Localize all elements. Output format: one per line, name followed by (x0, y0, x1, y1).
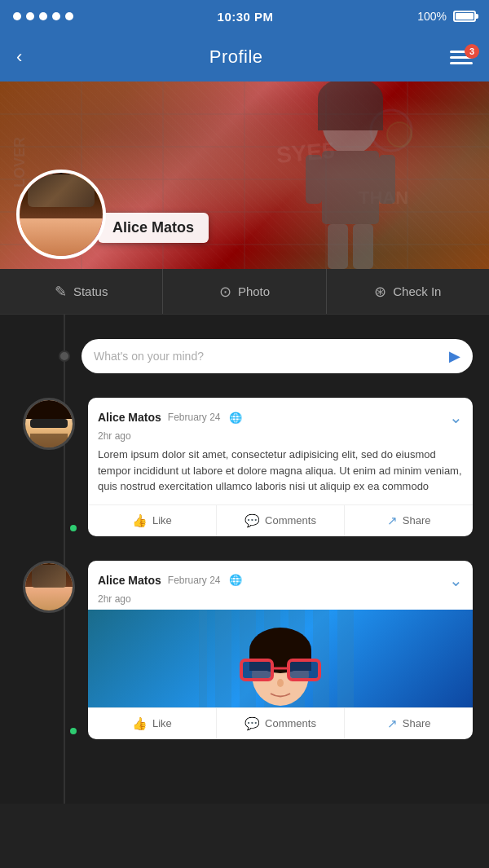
online-indicator-2 (68, 726, 78, 736)
post-2-header-left: Alice Matos February 24 🌐 (98, 574, 242, 587)
app-header: ‹ Profile 3 (0, 33, 489, 82)
photo-label: Photo (238, 284, 270, 298)
post-2-actions: 👍 Like 💬 Comments ↗ Share (88, 707, 473, 739)
checkin-label: Check In (393, 284, 441, 298)
post-2-avatar-wrapper (16, 561, 82, 739)
like-label-2: Like (152, 717, 172, 729)
avatar-man-hair (25, 400, 73, 419)
notification-badge: 3 (465, 44, 479, 59)
menu-line-3 (450, 62, 473, 64)
post-1-time: 2hr ago (88, 430, 473, 447)
svg-rect-37 (243, 662, 271, 678)
post-2-avatar[interactable] (23, 561, 75, 613)
post-1-body: Lorem ipsum dolor sit amet, consectetur … (88, 447, 473, 504)
back-button[interactable]: ‹ (16, 46, 22, 68)
menu-button[interactable]: 3 (450, 51, 473, 64)
post-2-time: 2hr ago (88, 593, 473, 610)
post-1-avatar[interactable] (23, 398, 75, 450)
signal-dot-1 (13, 12, 21, 20)
post-2-dropdown-icon[interactable]: ⌄ (449, 571, 463, 590)
post-1-avatar-inner (25, 400, 73, 447)
share-label-1: Share (403, 514, 431, 527)
post-1-header: Alice Matos February 24 🌐 ⌄ (88, 398, 473, 430)
post-2-date: February 24 (168, 575, 221, 586)
online-indicator-1 (68, 523, 78, 533)
photo-action[interactable]: ⊙ Photo (163, 269, 326, 314)
status-bar: 10:30 PM 100% (0, 0, 489, 33)
signal-dot-2 (26, 12, 34, 20)
post-1-content: Alice Matos February 24 🌐 ⌄ 2hr ago Lore… (88, 398, 473, 536)
status-action[interactable]: ✎ Status (0, 269, 163, 314)
profile-name-badge: Alice Matos (98, 213, 209, 243)
avatar-man-glasses (30, 419, 68, 427)
share-button-2[interactable]: ↗ Share (345, 708, 473, 739)
post-2-header: Alice Matos February 24 🌐 ⌄ (88, 561, 473, 593)
post-1-author: Alice Matos (98, 411, 161, 424)
post-2-avatar-inner (25, 563, 73, 610)
like-icon-2: 👍 (132, 716, 148, 731)
battery-icon (453, 11, 476, 22)
avatar-girl-hat2 (32, 565, 66, 588)
status-time: 10:30 PM (218, 10, 274, 24)
comments-icon-2: 💬 (244, 716, 260, 731)
post-1-actions: 👍 Like 💬 Comments ↗ Share (88, 504, 473, 536)
post-2-content: Alice Matos February 24 🌐 ⌄ 2hr ago (88, 561, 473, 739)
send-button-icon[interactable]: ▶ (449, 347, 460, 365)
svg-rect-20 (379, 155, 395, 204)
post-1-header-left: Alice Matos February 24 🌐 (98, 411, 242, 424)
share-label-2: Share (403, 717, 431, 729)
like-icon-1: 👍 (132, 513, 148, 528)
post-2: Alice Matos February 24 🌐 ⌄ 2hr ago (0, 561, 489, 739)
timeline-dot-input (59, 350, 70, 362)
share-icon-1: ↗ (387, 513, 398, 528)
post-1-date: February 24 (168, 412, 221, 423)
profile-avatar[interactable] (16, 170, 106, 259)
page-title: Profile (209, 46, 263, 68)
post-2-globe-icon: 🌐 (229, 574, 242, 586)
comments-label-1: Comments (265, 514, 316, 527)
post-2-author: Alice Matos (98, 574, 161, 587)
status-input-placeholder: What's on your mind? (94, 350, 441, 363)
signal-dot-4 (52, 12, 60, 20)
status-icon: ✎ (55, 283, 67, 301)
svg-rect-24 (318, 98, 383, 130)
svg-rect-19 (306, 155, 322, 204)
svg-point-41 (277, 679, 284, 687)
signal-dot-3 (39, 12, 47, 20)
post-1-globe-icon: 🌐 (229, 412, 242, 424)
battery-percentage: 100% (417, 10, 447, 23)
photo-icon: ⊙ (219, 283, 231, 301)
checkin-action[interactable]: ⊛ Check In (327, 269, 489, 314)
share-icon-2: ↗ (387, 716, 398, 731)
status-input-row: What's on your mind? ▶ (0, 339, 489, 373)
action-bar: ✎ Status ⊙ Photo ⊛ Check In (0, 269, 489, 315)
like-button-2[interactable]: 👍 Like (88, 708, 217, 739)
status-input-container[interactable]: What's on your mind? ▶ (82, 339, 473, 373)
svg-rect-21 (328, 224, 348, 269)
post-2-image (88, 610, 473, 707)
post-1-dropdown-icon[interactable]: ⌄ (449, 408, 463, 427)
profile-section: Alice Matos (16, 170, 209, 269)
figure-silhouette (261, 82, 440, 269)
avatar-hat (28, 174, 95, 207)
comments-label-2: Comments (265, 717, 316, 729)
like-label-1: Like (152, 514, 172, 527)
signal-dot-5 (65, 12, 73, 20)
avatar-man-beard (30, 434, 68, 447)
post-1-avatar-wrapper (16, 398, 82, 536)
post-1: Alice Matos February 24 🌐 ⌄ 2hr ago Lore… (0, 398, 489, 536)
svg-rect-39 (290, 662, 318, 678)
status-right: 100% (417, 10, 476, 23)
profile-name: Alice Matos (112, 219, 194, 236)
cover-photo: SYE5 EEW THAN LOVER Alice Matos (0, 82, 489, 269)
post-image-svg (199, 610, 362, 707)
avatar-face (20, 173, 103, 256)
comments-button-1[interactable]: 💬 Comments (217, 505, 346, 536)
checkin-icon: ⊛ (374, 283, 386, 301)
timeline: What's on your mind? ▶ Alice Matos Febru… (0, 315, 489, 804)
share-button-1[interactable]: ↗ Share (345, 505, 473, 536)
comments-button-2[interactable]: 💬 Comments (217, 708, 346, 739)
like-button-1[interactable]: 👍 Like (88, 505, 217, 536)
svg-rect-22 (353, 224, 373, 269)
status-label: Status (73, 284, 108, 298)
